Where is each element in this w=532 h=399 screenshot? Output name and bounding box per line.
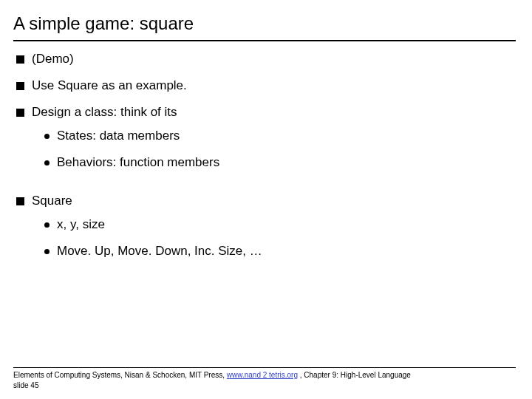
footer-text-post: , Chapter 9: High-Level Language	[300, 371, 411, 379]
sub-bullet-item: Move. Up, Move. Down, Inc. Size, …	[44, 244, 516, 259]
sub-bullet-item: Behaviors: function members	[44, 155, 516, 170]
dot-bullet-icon	[44, 222, 50, 228]
slide: A simple game: square (Demo) Use Square …	[0, 0, 532, 399]
footer-divider	[13, 367, 516, 368]
dot-bullet-icon	[44, 249, 50, 254]
bullet-item: (Demo)	[13, 52, 516, 66]
sub-bullet-text: States: data members	[57, 129, 180, 143]
dot-bullet-icon	[44, 160, 50, 166]
slide-title: A simple game: square	[13, 13, 516, 38]
bullet-item: Square x, y, size Move. Up, Move. Down, …	[13, 194, 516, 270]
square-bullet-icon	[16, 82, 24, 90]
bullet-item: Use Square as an example.	[13, 78, 516, 93]
square-bullet-icon	[16, 197, 24, 205]
sub-bullet-item: x, y, size	[44, 217, 516, 232]
title-divider	[13, 40, 516, 41]
sub-bullet-text: x, y, size	[57, 217, 105, 232]
footer-line1: Elements of Computing Systems, Nisan & S…	[13, 370, 516, 381]
sub-bullet-item: States: data members	[44, 129, 516, 143]
footer: Elements of Computing Systems, Nisan & S…	[13, 367, 516, 390]
sub-bullet-text: Move. Up, Move. Down, Inc. Size, …	[57, 244, 262, 259]
sub-bullet-list: x, y, size Move. Up, Move. Down, Inc. Si…	[16, 208, 516, 270]
square-bullet-icon	[16, 55, 24, 64]
footer-slide-number: slide 45	[13, 381, 516, 391]
footer-link[interactable]: www.nand 2 tetris.org	[227, 371, 298, 379]
sub-bullet-text: Behaviors: function members	[57, 155, 219, 170]
sub-bullet-list: States: data members Behaviors: function…	[16, 120, 516, 182]
bullet-list: (Demo) Use Square as an example. Design …	[13, 52, 516, 270]
footer-text-pre: Elements of Computing Systems, Nisan & S…	[13, 371, 227, 379]
dot-bullet-icon	[44, 134, 50, 139]
bullet-text: Use Square as an example.	[32, 78, 187, 93]
square-bullet-icon	[16, 109, 24, 117]
bullet-text: Design a class: think of its	[32, 105, 177, 120]
bullet-text: (Demo)	[32, 52, 74, 66]
bullet-item: Design a class: think of its States: dat…	[13, 105, 516, 182]
bullet-text: Square	[32, 194, 72, 208]
